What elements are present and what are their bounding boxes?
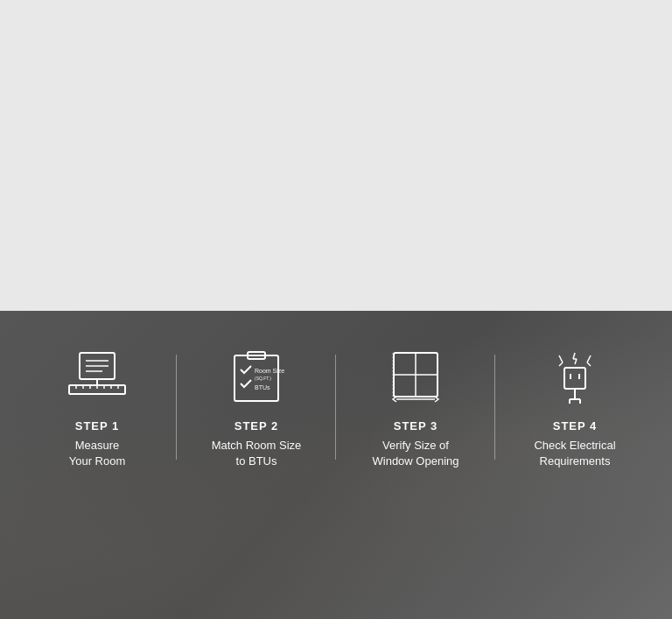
- step-2-number: STEP 2: [234, 419, 279, 433]
- svg-text:BTUs: BTUs: [255, 384, 270, 390]
- svg-line-29: [559, 355, 563, 362]
- electrical-check-icon: [540, 346, 610, 407]
- svg-rect-23: [564, 368, 585, 389]
- step-1-label: Measure Your Room: [69, 438, 126, 469]
- room-measure-icon: [62, 346, 132, 407]
- btu-match-icon: Room Size (SQ.FT.) BTUs: [221, 346, 291, 407]
- bottom-section: STEP 1 Measure Your Room Room Size (SQ.F…: [0, 311, 672, 619]
- top-section: [0, 0, 672, 311]
- svg-text:(SQ.FT.): (SQ.FT.): [255, 376, 271, 381]
- svg-text:Room Size: Room Size: [255, 368, 284, 374]
- step-1-number: STEP 1: [75, 419, 120, 433]
- step-4-number: STEP 4: [553, 419, 598, 433]
- step-2-label: Match Room Size to BTUs: [212, 438, 302, 469]
- svg-line-32: [587, 362, 591, 366]
- window-size-icon: [381, 346, 451, 407]
- step-2: Room Size (SQ.FT.) BTUs STEP 2 Match Roo…: [177, 346, 336, 469]
- svg-line-30: [559, 362, 563, 366]
- step-4: STEP 4 Check Electrical Requirements: [495, 346, 654, 469]
- svg-line-33: [573, 353, 575, 359]
- step-1: STEP 1 Measure Your Room: [18, 346, 177, 469]
- svg-line-35: [575, 359, 577, 364]
- step-3-label: Verify Size of Window Opening: [373, 438, 459, 469]
- step-4-label: Check Electrical Requirements: [534, 438, 615, 469]
- step-3-number: STEP 3: [394, 419, 438, 433]
- svg-line-31: [587, 355, 591, 362]
- steps-container: STEP 1 Measure Your Room Room Size (SQ.F…: [0, 311, 672, 619]
- step-3: STEP 3 Verify Size of Window Opening: [336, 346, 495, 469]
